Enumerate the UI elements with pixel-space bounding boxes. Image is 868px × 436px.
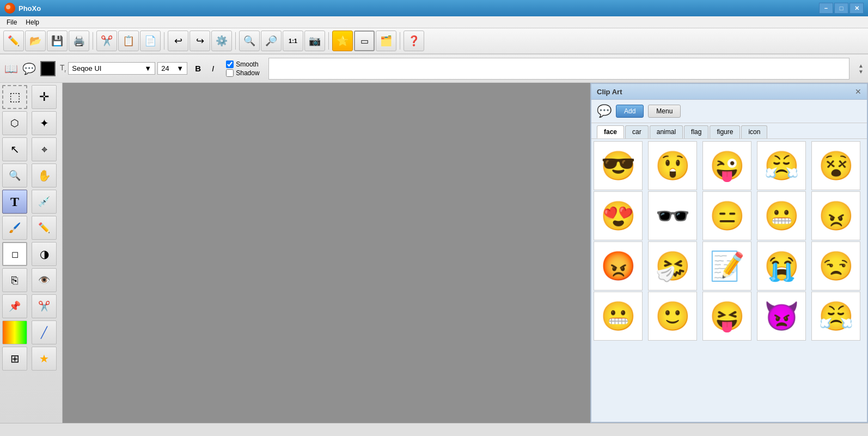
copy-btn[interactable]: 📋 — [118, 31, 139, 51]
magic-wand-tool[interactable]: ✦ — [32, 111, 57, 135]
clip-tab-icon[interactable]: icon — [741, 125, 767, 138]
settings-btn[interactable]: ⚙️ — [211, 31, 232, 51]
select-lasso-tool[interactable]: ⬡ — [2, 111, 27, 135]
pencil-tool[interactable]: ✏️ — [32, 216, 57, 240]
clip-item-8[interactable]: 😑 — [702, 191, 751, 240]
clip-item-15[interactable]: 😒 — [811, 241, 860, 290]
clip-art-menu-button[interactable]: Menu — [648, 105, 681, 118]
scroll-up-arrow[interactable]: ▲ — [858, 63, 864, 69]
cut-btn[interactable]: ✂️ — [96, 31, 117, 51]
minimize-button[interactable]: − — [819, 3, 833, 14]
clip-item-10[interactable]: 😠 — [811, 191, 860, 240]
zoom-in-btn[interactable]: 🔍 — [239, 31, 260, 51]
star-tool[interactable]: ★ — [32, 347, 57, 371]
clip-tab-face[interactable]: face — [597, 125, 624, 138]
text-tool[interactable]: T — [2, 190, 27, 214]
menu-bar: File Help — [0, 16, 868, 28]
undo-btn[interactable]: ↩ — [168, 31, 188, 51]
clip-item-19[interactable]: 👿 — [757, 292, 806, 341]
clip-tab-flag[interactable]: flag — [684, 125, 708, 138]
book-icon[interactable]: 📖 — [4, 62, 18, 75]
clip-item-9[interactable]: 😬 — [757, 191, 806, 240]
clip-item-13[interactable]: 📝 — [702, 241, 751, 290]
text-preview[interactable] — [268, 58, 849, 80]
stamp-tool[interactable]: 📌 — [2, 294, 27, 318]
help-btn[interactable]: ❓ — [404, 31, 424, 51]
eyedropper-tool[interactable]: 💉 — [32, 190, 57, 214]
eraser-tool[interactable]: ◻ — [2, 242, 27, 266]
menu-file[interactable]: File — [2, 17, 21, 27]
clip-item-20[interactable]: 😤 — [811, 292, 860, 341]
clip-art-add-button[interactable]: Add — [616, 105, 644, 118]
sep1 — [93, 32, 93, 50]
maximize-button[interactable]: □ — [834, 3, 848, 14]
clip-item-18[interactable]: 😝 — [702, 292, 751, 341]
zoom-tool[interactable]: 🔍 — [2, 164, 27, 187]
clip-art-tabs: face car animal flag figure icon — [591, 123, 867, 139]
scissors-tool[interactable]: ✂️ — [32, 294, 57, 318]
open-file-btn[interactable]: 📂 — [25, 31, 46, 51]
clip-item-6[interactable]: 😍 — [594, 191, 643, 240]
hand-tool[interactable]: ✋ — [32, 164, 57, 187]
clone-tool[interactable]: ⎘ — [2, 268, 27, 292]
clip-item-12[interactable]: 🤧 — [648, 241, 697, 290]
shadow-checkbox[interactable] — [226, 69, 234, 77]
menu-help[interactable]: Help — [21, 17, 44, 27]
clip-art-grid-wrapper[interactable]: 😎 😲 😜 😤 😵 😍 🕶️ 😑 😬 😠 😡 🤧 📝 😭 — [591, 139, 867, 422]
brush-tool[interactable]: 🖌️ — [2, 216, 27, 240]
clip-item-11[interactable]: 😡 — [594, 241, 643, 290]
font-size-dropdown[interactable]: 24 ▼ — [157, 62, 187, 75]
paste-btn[interactable]: 📄 — [140, 31, 161, 51]
redo-btn[interactable]: ↪ — [190, 31, 210, 51]
bold-button[interactable]: B — [192, 63, 204, 74]
clip-art-close-button[interactable]: ✕ — [855, 87, 861, 96]
clip-art-title: Clip Art — [597, 88, 622, 96]
burn-dodge-tool[interactable]: ◑ — [32, 242, 57, 266]
clip-tab-animal[interactable]: animal — [650, 125, 683, 138]
clip-item-7[interactable]: 🕶️ — [648, 191, 697, 240]
clip-art-icon: 💬 — [597, 104, 612, 118]
layers-btn[interactable]: 🗂️ — [376, 31, 396, 51]
zoom-actual-btn[interactable]: 1:1 — [283, 31, 303, 51]
clip-item-1[interactable]: 😎 — [594, 141, 643, 190]
gradient-tool[interactable] — [2, 320, 27, 344]
print-btn[interactable]: 🖨️ — [69, 31, 89, 51]
clip-item-2[interactable]: 😲 — [648, 141, 697, 190]
status-bar — [0, 423, 868, 436]
font-family-dropdown[interactable]: Seqoe UI ▼ — [68, 62, 155, 75]
line-tool[interactable]: ╱ — [32, 320, 57, 344]
select-rect-tool[interactable]: ⬚ — [2, 85, 27, 109]
screenshot-btn[interactable]: 📷 — [304, 31, 325, 51]
clip-tab-figure[interactable]: figure — [710, 125, 740, 138]
clip-tab-car[interactable]: car — [625, 125, 649, 138]
clip-item-3[interactable]: 😜 — [702, 141, 751, 190]
shadow-label[interactable]: Shadow — [236, 69, 259, 77]
clip-item-16[interactable]: 😬 — [594, 292, 643, 341]
move-tool[interactable]: ✛ — [32, 85, 57, 109]
clip-item-4[interactable]: 😤 — [757, 141, 806, 190]
smooth-label[interactable]: Smooth — [236, 60, 258, 68]
red-eye-tool[interactable]: 👁️ — [32, 268, 57, 292]
edit-tool-btn[interactable]: ✏️ — [3, 31, 24, 51]
smooth-checkbox[interactable] — [226, 60, 234, 68]
heal-tool[interactable]: ⌖ — [32, 137, 57, 161]
speech-icon[interactable]: 💬 — [22, 62, 36, 75]
canvas-area[interactable]: Clip Art ✕ 💬 Add Menu face car animal fl… — [63, 83, 868, 423]
crop-tool[interactable]: ⊞ — [2, 347, 27, 371]
clip-item-5[interactable]: 😵 — [811, 141, 860, 190]
frame-btn[interactable]: ▭ — [354, 31, 375, 51]
cursor-tool[interactable]: ↖ — [2, 137, 27, 161]
toolbox: ⬚ ✛ ⬡ ✦ ↖ ⌖ 🔍 ✋ T 💉 🖌️ ✏️ ◻ ◑ ⎘ 👁️ 📌 ✂️ … — [0, 83, 63, 423]
save-file-btn[interactable]: 💾 — [47, 31, 68, 51]
color-swatch[interactable] — [40, 61, 56, 76]
favorite-btn[interactable]: ⭐ — [332, 31, 353, 51]
zoom-out-btn[interactable]: 🔎 — [261, 31, 282, 51]
clip-item-14[interactable]: 😭 — [757, 241, 806, 290]
app-title: PhoXo — [19, 4, 819, 13]
shadow-row: Shadow — [226, 69, 259, 77]
font-size-arrow: ▼ — [176, 64, 184, 72]
scroll-down-arrow[interactable]: ▼ — [858, 69, 864, 75]
close-button[interactable]: ✕ — [849, 3, 864, 14]
clip-item-17[interactable]: 🙂 — [648, 292, 697, 341]
italic-button[interactable]: I — [209, 63, 217, 74]
